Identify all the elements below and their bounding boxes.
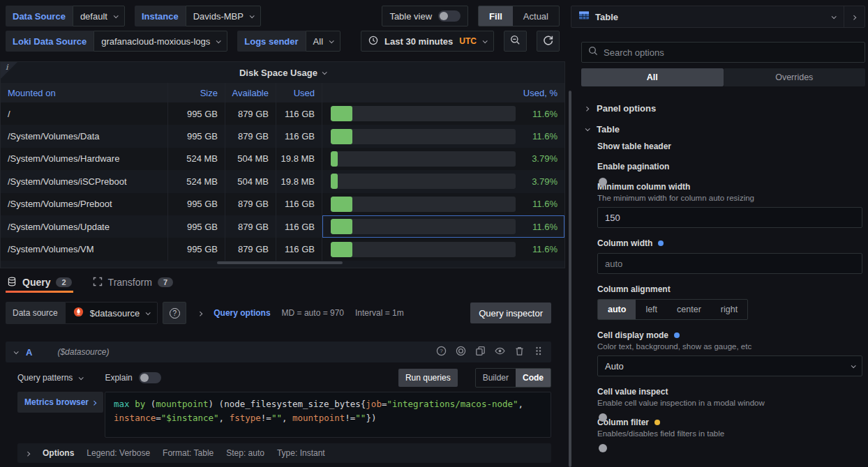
- options-sidebar: Table All Overrides Panel options Table …: [571, 0, 868, 467]
- instance-variable-picker[interactable]: Davids-MBP: [186, 6, 261, 26]
- options-search-input[interactable]: [604, 47, 858, 58]
- step-summary: Step: auto: [226, 448, 264, 458]
- panel-title[interactable]: Disk Space Usage: [1, 62, 564, 83]
- alignment-left[interactable]: left: [636, 300, 667, 319]
- sidebar-scrollbar[interactable]: [569, 91, 571, 467]
- options-tabs: All Overrides: [581, 68, 865, 86]
- cell-usage-gauge[interactable]: 11.6%: [322, 238, 564, 260]
- drag-handle-icon[interactable]: [534, 346, 543, 359]
- builder-button[interactable]: Builder: [476, 369, 516, 387]
- gauge-value: 11.6%: [523, 109, 558, 119]
- time-range-picker[interactable]: Last 30 minutes UTC: [361, 31, 494, 52]
- cell-usage-gauge[interactable]: 3.79%: [322, 170, 564, 192]
- datasource-help-button[interactable]: ?: [163, 302, 186, 324]
- cell-mounted-on: /System/Volumes/Data: [1, 125, 168, 147]
- tab-query-count: 2: [56, 277, 71, 287]
- code-button[interactable]: Code: [516, 369, 551, 387]
- table-row: /System/Volumes/Preboot 995 GB 879 GB 11…: [1, 193, 564, 215]
- cell-size: 524 MB: [168, 170, 225, 192]
- size-mode-group: Fill Actual: [478, 6, 560, 26]
- chevron-right-icon: [851, 15, 856, 20]
- run-queries-button[interactable]: Run queries: [398, 369, 458, 387]
- section-panel-options[interactable]: Panel options: [571, 98, 865, 118]
- table-view-toggle[interactable]: [438, 10, 461, 22]
- chevron-down-icon: [329, 38, 334, 43]
- logs-sender-variable: Logs sender All: [237, 31, 341, 52]
- record-icon[interactable]: [456, 346, 466, 359]
- metrics-browser-button[interactable]: Metrics browser: [17, 392, 103, 413]
- options-toggle[interactable]: Options: [43, 448, 74, 458]
- table-options-list: Show table header Enable pagination Mini…: [597, 141, 862, 467]
- gauge-track: [331, 106, 516, 121]
- option-description: The minimum width for column auto resizi…: [597, 194, 862, 202]
- loki-datasource-label: Loki Data Source: [6, 31, 93, 52]
- logs-sender-label: Logs sender: [237, 31, 305, 52]
- min-column-width-input[interactable]: [597, 207, 862, 228]
- query-datasource-row: Data source $datasource ? Query options …: [6, 302, 551, 324]
- chevron-down-icon: [79, 375, 84, 380]
- alignment-auto[interactable]: auto: [598, 300, 636, 319]
- actual-button[interactable]: Actual: [513, 6, 559, 26]
- cell-display-mode-select[interactable]: Auto: [597, 355, 862, 376]
- query-options-link[interactable]: Query options: [214, 308, 270, 318]
- tab-transform[interactable]: Transform 7: [91, 272, 174, 293]
- cell-usage-gauge-selected[interactable]: 11.6%: [322, 215, 564, 238]
- query-options-cluster: Query options MD = auto = 970 Interval =…: [199, 308, 403, 318]
- visualization-picker[interactable]: Table: [571, 6, 865, 28]
- copy-icon[interactable]: [475, 346, 486, 359]
- column-header-size[interactable]: Size: [168, 83, 225, 102]
- cell-usage-gauge[interactable]: 11.6%: [322, 125, 564, 147]
- max-data-points-summary: MD = auto = 970: [282, 308, 344, 318]
- gauge-fill: [331, 129, 352, 144]
- cell-usage-gauge[interactable]: 3.79%: [322, 148, 564, 170]
- collapse-chevron-icon: [14, 349, 19, 354]
- datasource-variable-picker[interactable]: default: [73, 6, 125, 26]
- table-row: / 995 GB 879 GB 116 GB 11.6%: [1, 102, 564, 125]
- tab-query[interactable]: Query 2: [6, 272, 73, 293]
- builder-code-switch: Builder Code: [475, 368, 551, 388]
- panel-info-corner[interactable]: [1, 62, 17, 79]
- cell-usage-gauge[interactable]: 11.6%: [322, 193, 564, 215]
- alignment-right[interactable]: right: [711, 300, 747, 319]
- explain-toggle[interactable]: [139, 372, 161, 383]
- horizontal-scrollbar[interactable]: [217, 261, 343, 264]
- column-header-used[interactable]: Used: [276, 83, 322, 102]
- eye-icon[interactable]: [495, 346, 505, 359]
- table-row: /System/Volumes/VM 995 GB 879 GB 116 GB …: [1, 238, 564, 260]
- tab-all-options[interactable]: All: [581, 68, 724, 86]
- loki-datasource-picker[interactable]: grafanacloud-moxious-logs: [93, 31, 227, 52]
- section-table[interactable]: Table: [571, 119, 865, 139]
- tab-overrides[interactable]: Overrides: [724, 68, 866, 86]
- cell-size: 524 MB: [168, 148, 225, 170]
- cell-available: 879 GB: [225, 193, 276, 215]
- expand-options-button[interactable]: [844, 6, 865, 27]
- table-view-label: Table view: [389, 11, 432, 22]
- refresh-button[interactable]: [537, 31, 560, 52]
- logs-sender-picker[interactable]: All: [306, 31, 341, 52]
- promql-code-editor[interactable]: max by (mountpoint) (node_filesystem_siz…: [105, 392, 551, 438]
- cell-usage-gauge[interactable]: 11.6%: [322, 102, 564, 125]
- instance-variable-label: Instance: [135, 6, 186, 26]
- cell-mounted-on: /System/Volumes/VM: [1, 238, 168, 260]
- column-header-used-pct[interactable]: Used, %: [322, 83, 564, 102]
- gauge-track: [331, 151, 516, 167]
- zoom-out-button[interactable]: [504, 31, 527, 52]
- code-line: max by (mountpoint) (node_filesystem_siz…: [114, 397, 542, 411]
- query-inspector-button[interactable]: Query inspector: [470, 303, 551, 323]
- help-circle-icon[interactable]: ?: [436, 346, 447, 359]
- cell-used: 19.8 MB: [276, 170, 322, 192]
- table-row: /System/Volumes/iSCPreboot 524 MB 504 MB…: [1, 170, 564, 192]
- trash-icon[interactable]: [514, 346, 525, 359]
- alignment-center[interactable]: center: [667, 300, 711, 319]
- column-header-mounted-on[interactable]: Mounted on: [1, 83, 168, 102]
- option-description: Color text, background, show as gauge, e…: [597, 342, 862, 351]
- query-datasource-picker[interactable]: $datasource: [65, 302, 158, 324]
- table-header-row: Mounted on Size Available Used Used, %: [1, 83, 564, 102]
- column-header-available[interactable]: Available: [225, 83, 276, 102]
- cell-size: 995 GB: [168, 238, 225, 260]
- query-row-header[interactable]: A ($datasource) ?: [6, 342, 551, 362]
- column-width-input[interactable]: [597, 253, 862, 274]
- query-patterns-button[interactable]: Query patterns: [17, 373, 73, 383]
- fill-button[interactable]: Fill: [479, 6, 513, 26]
- chevron-right-icon: [198, 311, 203, 316]
